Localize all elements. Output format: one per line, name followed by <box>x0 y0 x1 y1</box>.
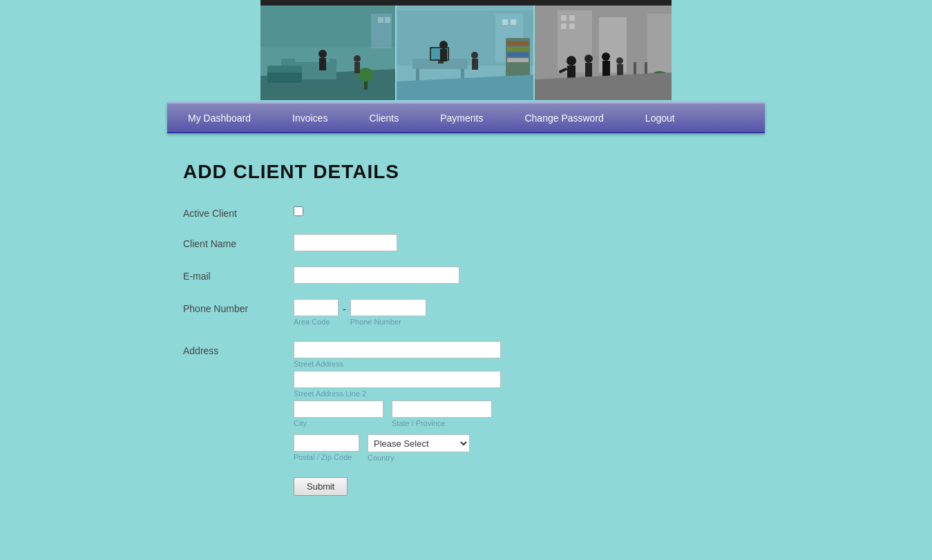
svg-rect-44 <box>569 15 575 21</box>
email-input[interactable] <box>294 267 459 284</box>
svg-point-52 <box>602 52 610 61</box>
client-name-field <box>294 234 598 251</box>
svg-rect-0 <box>260 0 672 6</box>
street2-wrapper: Street Address Line 2 <box>294 371 598 398</box>
zip-sublabel: Postal / Zip Code <box>294 453 359 461</box>
svg-rect-10 <box>319 58 326 70</box>
page-title: ADD CLIENT DETAILS <box>183 161 932 183</box>
nav-my-dashboard[interactable]: My Dashboard <box>167 104 272 132</box>
city-sublabel: City <box>294 419 383 427</box>
submit-button[interactable]: Submit <box>294 477 348 496</box>
phone-label: Phone Number <box>183 299 294 314</box>
country-select[interactable]: Please Select United States Canada Unite… <box>368 434 470 452</box>
street-sublabel: Street Address <box>294 360 598 368</box>
svg-rect-46 <box>569 23 575 29</box>
email-row: E-mail <box>183 267 598 284</box>
active-client-field <box>294 204 598 218</box>
nav-payments[interactable]: Payments <box>419 104 504 132</box>
phone-row: Phone Number Area Code - Phone Number <box>183 299 598 326</box>
state-wrapper: State / Province <box>392 400 492 427</box>
address-row: Address Street Address Street Address Li… <box>183 341 598 462</box>
street2-input[interactable] <box>294 371 501 388</box>
active-client-row: Active Client <box>183 204 598 219</box>
nav-logout[interactable]: Logout <box>625 104 696 132</box>
city-state-row: City State / Province <box>294 400 598 427</box>
svg-rect-34 <box>440 49 447 61</box>
svg-rect-55 <box>617 64 623 77</box>
zip-input[interactable] <box>294 434 359 452</box>
phone-dash: - <box>339 300 350 318</box>
phone-group: Area Code - Phone Number <box>294 299 598 326</box>
svg-rect-12 <box>354 62 360 73</box>
svg-point-54 <box>616 57 623 64</box>
nav-invoices[interactable]: Invoices <box>272 104 348 132</box>
navbar: My Dashboard Invoices Clients Payments C… <box>167 102 765 133</box>
client-name-input[interactable] <box>294 234 397 251</box>
svg-point-9 <box>318 50 327 58</box>
svg-rect-20 <box>502 19 508 25</box>
svg-rect-15 <box>378 17 383 23</box>
address-group: Street Address Street Address Line 2 Cit… <box>294 341 598 462</box>
area-code-wrapper: Area Code <box>294 299 339 326</box>
address-label: Address <box>183 341 294 356</box>
address-field: Street Address Street Address Line 2 Cit… <box>294 341 598 462</box>
zip-wrapper: Postal / Zip Code <box>294 434 359 462</box>
svg-rect-36 <box>472 59 478 70</box>
svg-rect-51 <box>585 63 592 77</box>
state-sublabel: State / Province <box>392 419 492 427</box>
svg-rect-6 <box>267 66 302 73</box>
active-client-checkbox[interactable] <box>294 206 303 216</box>
area-code-input[interactable] <box>294 299 339 316</box>
nav-change-password[interactable]: Change Password <box>504 104 624 132</box>
svg-rect-42 <box>647 14 672 73</box>
country-sublabel: Country <box>368 454 470 462</box>
svg-point-33 <box>439 41 448 49</box>
svg-rect-43 <box>561 15 567 21</box>
svg-rect-31 <box>507 52 529 57</box>
svg-rect-32 <box>507 58 529 62</box>
svg-rect-21 <box>511 19 516 25</box>
street-wrapper: Street Address <box>294 341 598 368</box>
submit-row: Submit <box>183 477 598 496</box>
city-input[interactable] <box>294 400 383 418</box>
country-wrapper: Please Select United States Canada Unite… <box>368 434 470 462</box>
phone-number-wrapper: Phone Number <box>350 299 426 326</box>
svg-rect-45 <box>561 23 567 29</box>
svg-rect-16 <box>385 17 390 23</box>
city-wrapper: City <box>294 400 383 427</box>
street-input[interactable] <box>294 341 501 358</box>
add-client-form: Active Client Client Name E-mail Phone N… <box>183 204 598 496</box>
street2-sublabel: Street Address Line 2 <box>294 389 598 398</box>
client-name-row: Client Name <box>183 234 598 251</box>
area-code-sublabel: Area Code <box>294 318 339 326</box>
svg-rect-62 <box>634 62 636 76</box>
header-banner <box>260 0 672 102</box>
phone-field: Area Code - Phone Number <box>294 299 598 326</box>
client-name-label: Client Name <box>183 234 294 249</box>
svg-point-35 <box>471 52 478 59</box>
nav-clients[interactable]: Clients <box>348 104 419 132</box>
main-content: ADD CLIENT DETAILS Active Client Client … <box>0 133 932 523</box>
svg-rect-29 <box>507 41 529 46</box>
svg-rect-30 <box>507 47 529 51</box>
phone-number-input[interactable] <box>350 299 426 316</box>
state-input[interactable] <box>392 400 492 418</box>
svg-rect-53 <box>602 61 610 76</box>
svg-point-11 <box>354 55 361 62</box>
phone-number-sublabel: Phone Number <box>350 318 426 326</box>
email-field <box>294 267 598 284</box>
email-label: E-mail <box>183 267 294 282</box>
active-client-label: Active Client <box>183 204 294 219</box>
zip-country-row: Postal / Zip Code Please Select United S… <box>294 434 598 462</box>
svg-point-47 <box>567 56 576 66</box>
svg-point-50 <box>584 55 593 63</box>
